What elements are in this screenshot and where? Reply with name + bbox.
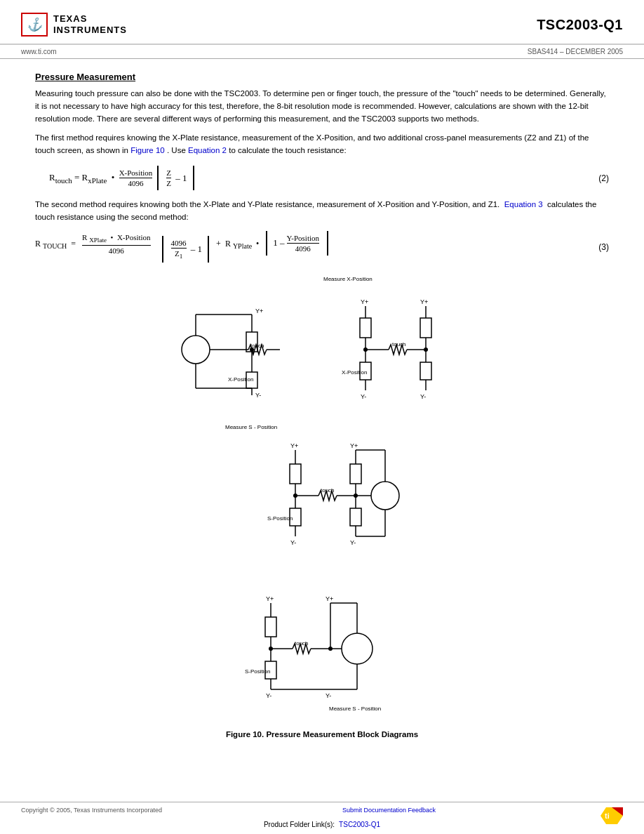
- ti-logo-text: TEXAS INSTRUMENTS: [53, 13, 127, 35]
- para3-pre: The second method requires knowing both …: [35, 200, 499, 208]
- svg-text:Y-: Y-: [350, 539, 356, 546]
- ti-logo-box: ⚓: [21, 13, 48, 37]
- svg-point-94: [328, 647, 333, 651]
- product-link[interactable]: TSC2003-Q1: [339, 821, 380, 828]
- svg-text:Y-: Y-: [255, 392, 261, 399]
- svg-text:ti: ti: [605, 812, 610, 820]
- svg-point-0: [182, 336, 210, 364]
- footer-bottom-bar: Product Folder Link(s): TSC2003-Q1 ti: [0, 818, 644, 834]
- svg-text:Measure S - Position: Measure S - Position: [225, 424, 277, 430]
- para2-mid: . Use: [167, 146, 186, 154]
- feedback-link[interactable]: Submit Documentation Feedback: [342, 807, 436, 814]
- logo-area: ⚓ TEXAS INSTRUMENTS: [21, 13, 127, 37]
- svg-text:S-Position: S-Position: [267, 515, 293, 522]
- figure-row-3: Y+ Y+: [224, 571, 420, 719]
- svg-text:Measure S - Position: Measure S - Position: [329, 706, 381, 712]
- circuit-diagram-4: Y+ Y+: [224, 571, 420, 719]
- svg-text:Y+: Y+: [266, 595, 274, 602]
- paragraph-1: Measuring touch pressure can also be don…: [35, 88, 609, 125]
- svg-text:Y-: Y-: [326, 692, 331, 699]
- svg-point-59: [371, 482, 399, 510]
- svg-point-82: [342, 633, 373, 664]
- svg-text:touch: touch: [392, 341, 406, 348]
- svg-point-93: [269, 647, 273, 651]
- logo-line2: INSTRUMENTS: [53, 25, 127, 36]
- svg-text:Y+: Y+: [255, 307, 263, 315]
- equation2-content: Rtouch = RxPlate • X-Position 4096 Z Z –…: [49, 166, 197, 190]
- svg-text:Y-: Y-: [266, 692, 271, 699]
- ti-logo-icon: ⚓: [27, 17, 42, 32]
- svg-point-69: [293, 494, 297, 498]
- equation3-number: (3): [598, 242, 609, 252]
- svg-rect-46: [290, 464, 301, 484]
- svg-text:Y-: Y-: [361, 393, 366, 400]
- figure10-link[interactable]: Figure 10: [130, 146, 165, 154]
- svg-text:Measure X-Position: Measure X-Position: [323, 276, 373, 282]
- subheader-bar: www.ti.com SBAS414 – DECEMBER 2005: [0, 45, 644, 59]
- equation2-link[interactable]: Equation 2: [188, 146, 227, 154]
- svg-text:S-Position: S-Position: [245, 668, 270, 675]
- svg-rect-57: [350, 508, 361, 526]
- svg-text:X-Position: X-Position: [228, 376, 253, 383]
- equation2-block: Rtouch = RxPlate • X-Position 4096 Z Z –…: [49, 166, 609, 190]
- circuit-diagram-1: Y+ Y- X-Position touch: [168, 272, 301, 413]
- page-footer: Copyright © 2005, Texas Instruments Inco…: [0, 802, 644, 834]
- svg-rect-28: [420, 318, 431, 338]
- svg-rect-74: [265, 617, 276, 637]
- svg-text:touch: touch: [321, 487, 335, 494]
- website-label: www.ti.com: [21, 48, 57, 55]
- eq2-lhs: Rtouch = RxPlate •: [49, 172, 117, 185]
- svg-text:touch: touch: [295, 640, 309, 647]
- equation2-number: (2): [598, 173, 609, 183]
- logo-line1: TEXAS: [53, 13, 127, 25]
- svg-text:Y+: Y+: [326, 595, 333, 602]
- svg-point-41: [424, 348, 428, 352]
- footer-top-bar: Copyright © 2005, Texas Instruments Inco…: [0, 802, 644, 818]
- eq2-xpos-frac: X-Position 4096: [117, 168, 155, 187]
- paragraph-3: The second method requires knowing both …: [35, 199, 609, 224]
- product-folder-label: Product Folder Link(s):: [264, 821, 335, 828]
- ti-footer-logo: ti: [601, 806, 623, 826]
- equation3-link[interactable]: Equation 3: [504, 200, 543, 208]
- circuit-diagram-2: Measure X-Position Y+ Y+: [322, 272, 476, 413]
- equation3-block: R TOUCH = R XPlate • X-Position 4096 409…: [35, 231, 609, 263]
- document-title: TSC2003-Q1: [537, 17, 623, 33]
- paragraph-2: The first method requires knowing the X-…: [35, 132, 609, 157]
- svg-text:Y-: Y-: [420, 393, 426, 400]
- svg-text:Y+: Y+: [420, 298, 428, 305]
- svg-text:Y+: Y+: [290, 442, 298, 449]
- svg-point-18: [250, 348, 254, 352]
- svg-point-70: [354, 494, 358, 498]
- svg-rect-34: [420, 362, 431, 380]
- svg-text:Y-: Y-: [290, 539, 296, 546]
- eq2-bracket: Z Z – 1: [157, 166, 194, 190]
- para2-post: to calculate the touch resistance:: [229, 146, 347, 154]
- figure-row-2: Measure S - Position Y+ Y+: [224, 418, 420, 566]
- figures-section: Y+ Y- X-Position touch Measure X-Positio…: [35, 272, 609, 739]
- doc-ref-label: SBAS414 – DECEMBER 2005: [528, 48, 623, 55]
- circuit-diagram-3: Measure S - Position Y+ Y+: [224, 418, 420, 566]
- copyright-label: Copyright © 2005, Texas Instruments Inco…: [21, 807, 162, 814]
- eq3-lhs: R TOUCH = R XPlate • X-Position 4096 409…: [35, 231, 331, 263]
- svg-text:Y+: Y+: [361, 298, 368, 305]
- page-header: ⚓ TEXAS INSTRUMENTS TSC2003-Q1: [0, 0, 644, 45]
- svg-rect-23: [360, 318, 371, 338]
- svg-text:Y+: Y+: [350, 442, 358, 449]
- svg-text:X-Position: X-Position: [342, 369, 367, 376]
- equation3-content: R TOUCH = R XPlate • X-Position 4096 409…: [35, 231, 331, 263]
- section-title: Pressure Measurement: [35, 72, 609, 82]
- figure-caption: Figure 10. Pressure Measurement Block Di…: [226, 730, 418, 739]
- figure-row-1: Y+ Y- X-Position touch Measure X-Positio…: [168, 272, 476, 413]
- svg-rect-51: [350, 464, 361, 484]
- main-content: Pressure Measurement Measuring touch pre…: [0, 59, 644, 760]
- svg-point-40: [363, 348, 368, 352]
